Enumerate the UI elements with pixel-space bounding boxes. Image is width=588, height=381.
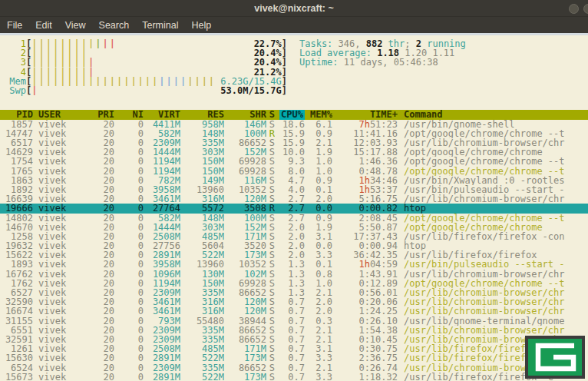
- window-titlebar[interactable]: vivek@nixcraft: ~: [0, 0, 588, 17]
- process-row[interactable]: 15673vivek2002891M522M173MS0.73.31:18.32…: [0, 373, 588, 381]
- process-row[interactable]: 1863vivek200782M149M116MS4.70.91h34:46/u…: [0, 176, 588, 185]
- process-row[interactable]: 1258vivek2002508M485M171MS2.03.117:37.43…: [0, 232, 588, 241]
- column-header-pri[interactable]: PRI: [86, 110, 114, 120]
- process-row[interactable]: 1762vivek2001194M150M69928S1.31.00:12.89…: [0, 279, 588, 288]
- process-row[interactable]: 1261vivek2002508M485M171MS0.73.10:30.75/…: [0, 344, 588, 353]
- process-row[interactable]: 1765vivek2001194M150M69928S8.01.00:48.78…: [0, 167, 588, 176]
- column-header-ni[interactable]: NI: [114, 110, 144, 120]
- meter-2: 2[||||||||20.4%]: [6, 48, 287, 58]
- g-logo-icon: [528, 339, 582, 376]
- meter-1: 1[||||||||||||22.7%]: [6, 39, 287, 48]
- cpu-mem-meters: 1[||||||||||||22.7%]2[||||||||20.4%]3[||…: [6, 39, 287, 95]
- column-header-cmd[interactable]: Command: [404, 110, 588, 120]
- process-row[interactable]: 14670vivek2001444M303M152MS2.01.95:50.87…: [0, 223, 588, 232]
- process-row[interactable]: 31155vivek200793M5548038944S0.70.30:26.1…: [0, 316, 588, 326]
- column-header-pid[interactable]: PID: [0, 110, 33, 120]
- column-header-virt[interactable]: VIRT: [144, 110, 180, 120]
- meter-swp: Swp[|53.0M/15.7G]: [6, 86, 287, 95]
- process-row[interactable]: 6527vivek2002309M335M86652S1.32.10:56.01…: [0, 288, 588, 297]
- menu-item-edit[interactable]: Edit: [35, 20, 52, 31]
- process-row[interactable]: 32591vivek2002309M335M86652S0.72.10:10.4…: [0, 335, 588, 344]
- process-row[interactable]: 1893vivek2003958M1396010352S1.30.11h04:5…: [0, 260, 588, 269]
- column-header-cpu[interactable]: CPU%: [275, 110, 305, 120]
- process-row[interactable]: 15622vivek2002891M522M173MS2.03.336:42.3…: [0, 250, 588, 260]
- process-table-header: PIDUSERPRINIVIRTRESSHRSCPU%MEM%TIME+Comm…: [0, 110, 588, 120]
- column-header-shr[interactable]: SHR: [224, 110, 266, 120]
- htop-header: 1[||||||||||||22.7%]2[||||||||20.4%]3[||…: [0, 35, 588, 95]
- process-row[interactable]: 16639vivek2003461M316M120MS2.72.05:16.75…: [0, 194, 588, 204]
- terminal-window: vivek@nixcraft: ~ FileEditViewSearchTerm…: [0, 0, 588, 381]
- menu-bar: FileEditViewSearchTerminalHelp: [0, 17, 588, 33]
- terminal-content: 1[||||||||||||22.7%]2[||||||||20.4%]3[||…: [0, 35, 588, 381]
- process-row-selected[interactable]: 19666vivek2002776455723508R2.70.00:00.82…: [0, 204, 588, 213]
- process-table: 1857vivek2004411M958M146MS18.66.17h51:23…: [0, 120, 588, 381]
- process-row[interactable]: 32590vivek2003461M316M120MS0.72.00:20.06…: [0, 297, 588, 306]
- menu-item-view[interactable]: View: [65, 20, 86, 31]
- column-header-time[interactable]: TIME+: [332, 110, 398, 120]
- process-row[interactable]: 6517vivek2002309M335M86652S15.92.112:03.…: [0, 138, 588, 147]
- menu-item-search[interactable]: Search: [99, 20, 130, 31]
- watermark-logo: [525, 336, 585, 379]
- process-row[interactable]: 1892vivek2003958M1396010352S4.00.11h53:3…: [0, 185, 588, 194]
- column-header-user[interactable]: USER: [38, 110, 86, 120]
- process-row[interactable]: 1754vivek2001194M150M69928S9.31.01:46.36…: [0, 157, 588, 166]
- meter-3: 3[|||||||||20.4%]: [6, 58, 287, 67]
- menu-item-file[interactable]: File: [7, 20, 22, 31]
- process-row[interactable]: 15630vivek2002891M522M173MS0.73.32:36.75…: [0, 353, 588, 363]
- process-row[interactable]: 14629vivek2001444M303M152MS10.01.915:17.…: [0, 147, 588, 157]
- process-row[interactable]: 16674vivek2003461M316M120MS0.72.01:24.25…: [0, 306, 588, 316]
- column-header-res[interactable]: RES: [180, 110, 224, 120]
- meter-4: 4[|||||||||21.2%]: [6, 68, 287, 77]
- maximize-button[interactable]: [583, 4, 588, 14]
- column-header-s[interactable]: S: [266, 110, 275, 120]
- window-title: vivek@nixcraft: ~: [254, 3, 334, 14]
- system-info: Tasks: 346, 882 thr; 2 runningLoad avera…: [299, 39, 588, 95]
- process-row[interactable]: 19632vivek2002775656043520S2.00.00:00.94…: [0, 241, 588, 250]
- process-row[interactable]: 16762vivek2001096M130M102MS1.30.81:43.91…: [0, 270, 588, 279]
- minimize-button[interactable]: [569, 4, 579, 14]
- menu-item-help[interactable]: Help: [191, 20, 211, 31]
- menu-item-terminal[interactable]: Terminal: [142, 20, 178, 31]
- process-row[interactable]: 14747vivek200582M148M100MR15.90.911:41.1…: [0, 129, 588, 138]
- process-row[interactable]: 6524vivek2002309M335M86652S0.72.10:26.74…: [0, 363, 588, 373]
- process-row[interactable]: 6551vivek2002309M335M86652S0.72.11:54.38…: [0, 326, 588, 335]
- process-row[interactable]: 1857vivek2004411M958M146MS18.66.17h51:23…: [0, 120, 588, 129]
- column-header-mem[interactable]: MEM%: [305, 110, 332, 120]
- window-controls: [569, 4, 588, 14]
- uptime-line: Uptime: 11 days, 05:46:38: [299, 58, 588, 67]
- process-row[interactable]: 14802vivek200582M148M100MS2.70.92:08.45/…: [0, 214, 588, 223]
